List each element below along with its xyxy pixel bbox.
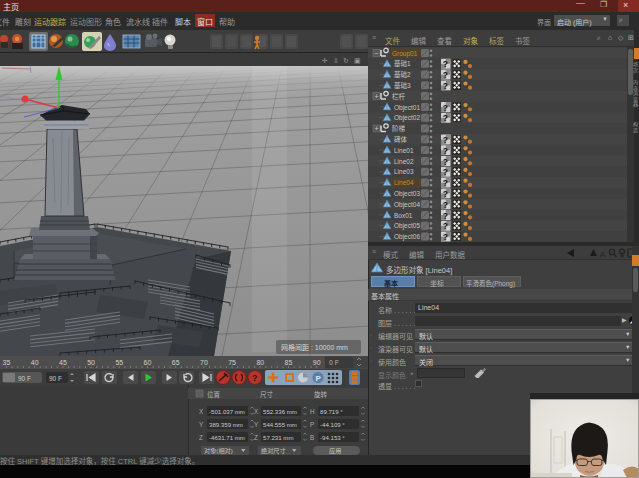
svg-text:55: 55 [115,359,123,366]
svg-text:0 F: 0 F [329,359,339,366]
svg-text:-94.153 °: -94.153 ° [320,434,345,441]
svg-text:尺寸: 尺寸 [260,390,274,399]
svg-text:Y: Y [254,421,259,428]
svg-text:80: 80 [256,359,264,366]
svg-text:✛: ✛ [322,57,328,64]
svg-text:552.336 mm: 552.336 mm [263,408,297,415]
svg-text:90 F: 90 F [49,375,62,382]
svg-text:40: 40 [31,359,39,366]
svg-text:应用: 应用 [329,447,341,455]
svg-text:Line03: Line03 [394,168,414,175]
svg-text:栏杆: 栏杆 [392,92,406,101]
svg-text:90: 90 [313,359,321,366]
svg-text:Line02: Line02 [394,158,414,165]
svg-text:?: ? [443,103,448,113]
svg-text:85: 85 [285,359,293,366]
svg-text:Object06: Object06 [394,233,420,241]
svg-text:?: ? [443,146,448,156]
svg-text:基础3: 基础3 [394,81,411,90]
svg-text:?: ? [443,221,448,231]
svg-text:?: ? [252,373,258,383]
svg-text:Object02: Object02 [394,114,420,122]
svg-text:70: 70 [200,359,208,366]
svg-text:?: ? [443,113,448,123]
svg-text:H: H [310,408,315,415]
svg-text:?: ? [443,232,448,242]
svg-text:碑体: 碑体 [394,135,408,144]
svg-text:-44.109 °: -44.109 ° [320,421,345,428]
svg-text:?: ? [443,189,448,199]
svg-text:389.359 mm: 389.359 mm [209,421,243,428]
svg-text:Object04: Object04 [394,201,420,209]
svg-text:90 F: 90 F [18,375,31,382]
svg-text:Line04: Line04 [394,179,414,186]
svg-text:60: 60 [144,359,152,366]
svg-text:Object03: Object03 [394,190,420,198]
svg-text:Z: Z [254,434,258,441]
svg-text:⇩: ⇩ [333,57,339,64]
svg-text:75: 75 [228,359,236,366]
svg-text:57.231 mm: 57.231 mm [263,434,293,441]
svg-text:?: ? [443,135,448,145]
svg-text:50: 50 [87,359,95,366]
svg-text:?: ? [443,157,448,167]
svg-text:Z: Z [199,434,203,441]
svg-text:P: P [310,421,314,428]
svg-text:Object05: Object05 [394,222,420,230]
svg-text:-4631.71 mm: -4631.71 mm [209,434,245,441]
svg-text:−: − [374,50,378,57]
svg-text:?: ? [443,81,448,91]
svg-text:?: ? [443,70,448,80]
svg-text:Line01: Line01 [394,147,414,154]
svg-text:65: 65 [172,359,180,366]
svg-text:45: 45 [59,359,67,366]
svg-text:Box01: Box01 [394,212,413,219]
svg-text:↻: ↻ [343,57,349,64]
svg-text:Group01: Group01 [392,50,418,58]
svg-text:+: + [375,93,379,100]
svg-text:?: ? [443,178,448,188]
svg-text:旋转: 旋转 [314,390,328,399]
svg-text:?: ? [443,167,448,177]
svg-text:X: X [254,408,259,415]
svg-text:绝对尺寸: 绝对尺寸 [261,447,286,455]
svg-text:Object01: Object01 [394,104,420,112]
svg-text:阶梯: 阶梯 [392,124,406,133]
svg-text:▣: ▣ [354,57,361,64]
svg-text:位置: 位置 [207,390,221,398]
svg-text:网格间距 : 10000 mm: 网格间距 : 10000 mm [281,343,348,352]
svg-text:对象(相对): 对象(相对) [204,447,233,455]
svg-text:+: + [375,125,379,132]
svg-text:X: X [199,408,204,415]
svg-text:544.555 mm: 544.555 mm [263,421,297,428]
svg-text:35: 35 [3,359,11,366]
svg-text:A: A [600,250,606,259]
svg-text:?: ? [443,211,448,221]
svg-text:89.719 °: 89.719 ° [320,408,343,415]
svg-text:基础1: 基础1 [394,59,411,68]
svg-text:B: B [310,434,314,441]
svg-text:P: P [316,374,322,383]
svg-text:?: ? [443,200,448,210]
svg-text:基础2: 基础2 [394,70,411,79]
svg-text:Y: Y [199,421,204,428]
svg-text:-501.037 mm: -501.037 mm [209,408,245,415]
svg-text:?: ? [443,59,448,69]
